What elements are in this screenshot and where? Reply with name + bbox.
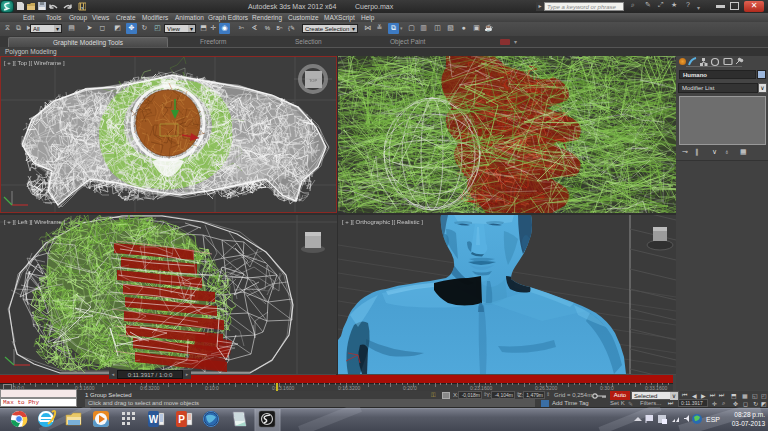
svg-text:08:28 p.m.: 08:28 p.m. xyxy=(734,411,765,419)
svg-text:P: P xyxy=(178,414,185,425)
svg-text:[ + ][ Left ][ Wireframe ]: [ + ][ Left ][ Wireframe ] xyxy=(4,219,66,225)
svg-text:W: W xyxy=(149,414,159,425)
svg-text:[ + ][ Top ][ Wireframe ]: [ + ][ Top ][ Wireframe ] xyxy=(4,60,65,66)
svg-text:[ + ][ Orthographic ][ Realist: [ + ][ Orthographic ][ Realistic ] xyxy=(342,219,423,225)
svg-text:ESP: ESP xyxy=(706,416,720,423)
svg-text:03-07-2013: 03-07-2013 xyxy=(732,420,766,427)
